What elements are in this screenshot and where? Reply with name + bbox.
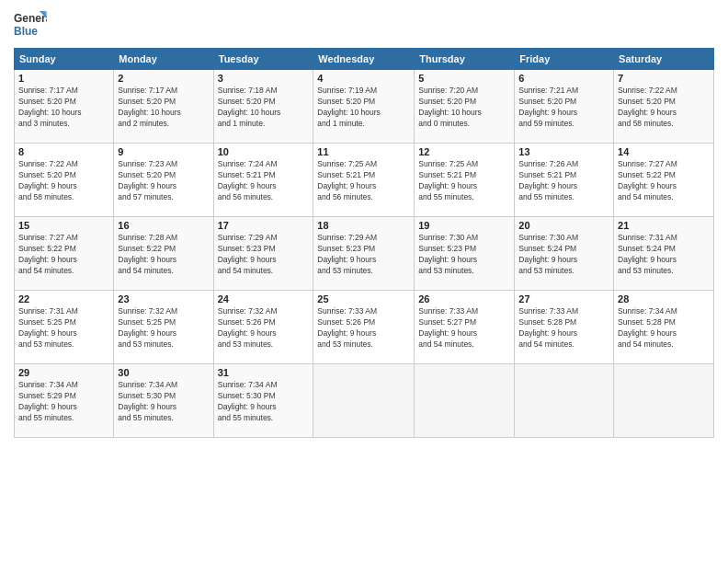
header-sunday: Sunday: [15, 49, 114, 70]
day-info: Sunrise: 7:33 AM Sunset: 5:26 PM Dayligh…: [317, 306, 410, 350]
day-number: 5: [418, 73, 510, 84]
calendar-cell: 31Sunrise: 7:34 AM Sunset: 5:30 PM Dayli…: [213, 364, 313, 438]
calendar-cell: 6Sunrise: 7:21 AM Sunset: 5:20 PM Daylig…: [515, 70, 614, 144]
day-number: 27: [518, 293, 609, 304]
day-number: 3: [218, 73, 310, 84]
day-info: Sunrise: 7:20 AM Sunset: 5:20 PM Dayligh…: [418, 86, 510, 130]
day-info: Sunrise: 7:33 AM Sunset: 5:28 PM Dayligh…: [518, 306, 609, 350]
calendar-cell: 30Sunrise: 7:34 AM Sunset: 5:30 PM Dayli…: [114, 364, 213, 438]
day-number: 16: [118, 220, 209, 231]
calendar-cell: 15Sunrise: 7:27 AM Sunset: 5:22 PM Dayli…: [15, 217, 114, 291]
day-info: Sunrise: 7:23 AM Sunset: 5:20 PM Dayligh…: [118, 159, 209, 203]
day-info: Sunrise: 7:34 AM Sunset: 5:28 PM Dayligh…: [618, 306, 710, 350]
calendar-cell: 16Sunrise: 7:28 AM Sunset: 5:22 PM Dayli…: [114, 217, 213, 291]
calendar-cell: 8Sunrise: 7:22 AM Sunset: 5:20 PM Daylig…: [15, 144, 114, 217]
day-info: Sunrise: 7:17 AM Sunset: 5:20 PM Dayligh…: [18, 86, 109, 130]
day-number: 17: [218, 220, 310, 231]
calendar-cell: 9Sunrise: 7:23 AM Sunset: 5:20 PM Daylig…: [114, 144, 213, 217]
calendar-cell: 14Sunrise: 7:27 AM Sunset: 5:22 PM Dayli…: [614, 144, 714, 217]
header-tuesday: Tuesday: [213, 49, 313, 70]
day-info: Sunrise: 7:18 AM Sunset: 5:20 PM Dayligh…: [218, 86, 310, 130]
calendar-cell: 26Sunrise: 7:33 AM Sunset: 5:27 PM Dayli…: [415, 291, 515, 364]
calendar-cell: 28Sunrise: 7:34 AM Sunset: 5:28 PM Dayli…: [614, 291, 714, 364]
day-number: 11: [317, 146, 410, 157]
calendar-header-row: SundayMondayTuesdayWednesdayThursdayFrid…: [15, 49, 714, 70]
day-info: Sunrise: 7:21 AM Sunset: 5:20 PM Dayligh…: [518, 86, 609, 130]
header-saturday: Saturday: [614, 49, 714, 70]
calendar-cell: 17Sunrise: 7:29 AM Sunset: 5:23 PM Dayli…: [213, 217, 313, 291]
calendar-week-4: 22Sunrise: 7:31 AM Sunset: 5:25 PM Dayli…: [15, 291, 714, 364]
calendar-cell: 13Sunrise: 7:26 AM Sunset: 5:21 PM Dayli…: [515, 144, 614, 217]
calendar-cell: 4Sunrise: 7:19 AM Sunset: 5:20 PM Daylig…: [313, 70, 415, 144]
day-number: 9: [118, 146, 209, 157]
calendar-cell: 23Sunrise: 7:32 AM Sunset: 5:25 PM Dayli…: [114, 291, 213, 364]
day-info: Sunrise: 7:31 AM Sunset: 5:24 PM Dayligh…: [618, 233, 710, 277]
calendar-cell: 10Sunrise: 7:24 AM Sunset: 5:21 PM Dayli…: [213, 144, 313, 217]
day-number: 31: [218, 367, 310, 378]
calendar-cell: [415, 364, 515, 438]
header: General Blue: [14, 9, 714, 44]
day-number: 6: [518, 73, 609, 84]
day-info: Sunrise: 7:30 AM Sunset: 5:23 PM Dayligh…: [418, 233, 510, 277]
day-number: 4: [317, 73, 410, 84]
calendar-cell: 11Sunrise: 7:25 AM Sunset: 5:21 PM Dayli…: [313, 144, 415, 217]
day-info: Sunrise: 7:29 AM Sunset: 5:23 PM Dayligh…: [317, 233, 410, 277]
svg-text:Blue: Blue: [14, 25, 38, 38]
calendar-cell: 20Sunrise: 7:30 AM Sunset: 5:24 PM Dayli…: [515, 217, 614, 291]
day-number: 13: [518, 146, 609, 157]
calendar-week-1: 1Sunrise: 7:17 AM Sunset: 5:20 PM Daylig…: [15, 70, 714, 144]
header-friday: Friday: [515, 49, 614, 70]
day-number: 19: [418, 220, 510, 231]
logo: General Blue: [14, 9, 47, 44]
calendar-cell: 29Sunrise: 7:34 AM Sunset: 5:29 PM Dayli…: [15, 364, 114, 438]
day-info: Sunrise: 7:29 AM Sunset: 5:23 PM Dayligh…: [218, 233, 310, 277]
day-number: 30: [118, 367, 209, 378]
calendar-cell: [313, 364, 415, 438]
day-info: Sunrise: 7:25 AM Sunset: 5:21 PM Dayligh…: [418, 159, 510, 203]
day-info: Sunrise: 7:34 AM Sunset: 5:29 PM Dayligh…: [18, 380, 109, 424]
day-info: Sunrise: 7:27 AM Sunset: 5:22 PM Dayligh…: [18, 233, 109, 277]
day-number: 23: [118, 293, 209, 304]
calendar-cell: 1Sunrise: 7:17 AM Sunset: 5:20 PM Daylig…: [15, 70, 114, 144]
calendar-cell: 22Sunrise: 7:31 AM Sunset: 5:25 PM Dayli…: [15, 291, 114, 364]
day-number: 21: [618, 220, 710, 231]
day-number: 7: [618, 73, 710, 84]
day-number: 14: [618, 146, 710, 157]
calendar-cell: 5Sunrise: 7:20 AM Sunset: 5:20 PM Daylig…: [415, 70, 515, 144]
day-info: Sunrise: 7:34 AM Sunset: 5:30 PM Dayligh…: [118, 380, 209, 424]
day-number: 24: [218, 293, 310, 304]
day-info: Sunrise: 7:28 AM Sunset: 5:22 PM Dayligh…: [118, 233, 209, 277]
day-info: Sunrise: 7:33 AM Sunset: 5:27 PM Dayligh…: [418, 306, 510, 350]
day-number: 25: [317, 293, 410, 304]
svg-text:General: General: [14, 12, 47, 25]
day-info: Sunrise: 7:30 AM Sunset: 5:24 PM Dayligh…: [518, 233, 609, 277]
day-number: 8: [18, 146, 109, 157]
calendar-cell: 27Sunrise: 7:33 AM Sunset: 5:28 PM Dayli…: [515, 291, 614, 364]
calendar-cell: 12Sunrise: 7:25 AM Sunset: 5:21 PM Dayli…: [415, 144, 515, 217]
day-info: Sunrise: 7:22 AM Sunset: 5:20 PM Dayligh…: [18, 159, 109, 203]
calendar-cell: 2Sunrise: 7:17 AM Sunset: 5:20 PM Daylig…: [114, 70, 213, 144]
day-number: 2: [118, 73, 209, 84]
day-number: 20: [518, 220, 609, 231]
header-monday: Monday: [114, 49, 213, 70]
day-info: Sunrise: 7:19 AM Sunset: 5:20 PM Dayligh…: [317, 86, 410, 130]
day-number: 10: [218, 146, 310, 157]
calendar-cell: 3Sunrise: 7:18 AM Sunset: 5:20 PM Daylig…: [213, 70, 313, 144]
day-info: Sunrise: 7:26 AM Sunset: 5:21 PM Dayligh…: [518, 159, 609, 203]
day-number: 28: [618, 293, 710, 304]
calendar-week-3: 15Sunrise: 7:27 AM Sunset: 5:22 PM Dayli…: [15, 217, 714, 291]
day-number: 12: [418, 146, 510, 157]
calendar-cell: 25Sunrise: 7:33 AM Sunset: 5:26 PM Dayli…: [313, 291, 415, 364]
day-number: 29: [18, 367, 109, 378]
calendar-week-5: 29Sunrise: 7:34 AM Sunset: 5:29 PM Dayli…: [15, 364, 714, 438]
day-number: 18: [317, 220, 410, 231]
header-wednesday: Wednesday: [313, 49, 415, 70]
day-info: Sunrise: 7:27 AM Sunset: 5:22 PM Dayligh…: [618, 159, 710, 203]
calendar-cell: [614, 364, 714, 438]
day-number: 26: [418, 293, 510, 304]
calendar-week-2: 8Sunrise: 7:22 AM Sunset: 5:20 PM Daylig…: [15, 144, 714, 217]
calendar-cell: 19Sunrise: 7:30 AM Sunset: 5:23 PM Dayli…: [415, 217, 515, 291]
page: General Blue SundayMondayTuesdayWednesda…: [0, 0, 728, 563]
day-info: Sunrise: 7:32 AM Sunset: 5:25 PM Dayligh…: [118, 306, 209, 350]
day-info: Sunrise: 7:25 AM Sunset: 5:21 PM Dayligh…: [317, 159, 410, 203]
